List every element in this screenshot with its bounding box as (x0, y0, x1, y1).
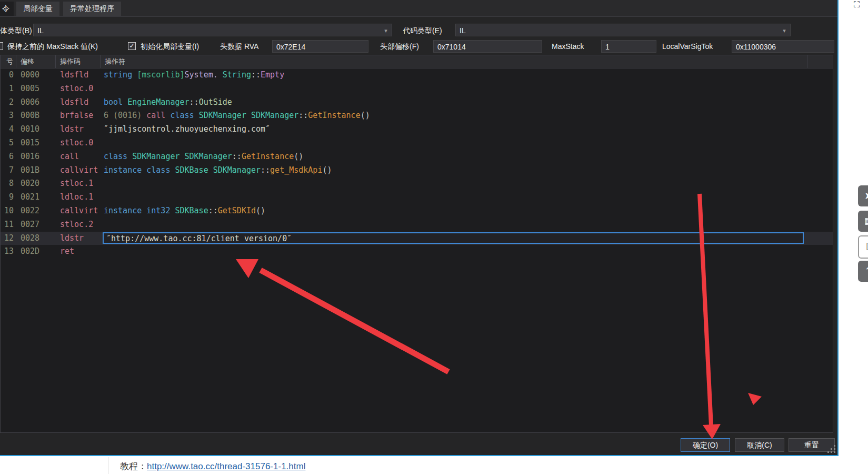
il-cell: 0005 (16, 82, 56, 96)
il-cell: ldloc.1 (56, 191, 101, 204)
corner-tool-icon[interactable]: ⛶ (854, 0, 860, 9)
il-token: instance class (104, 165, 175, 175)
il-token: class (170, 111, 198, 120)
code-type-label: 代码类型(E) (403, 24, 442, 37)
il-token: SDKBase (175, 206, 208, 215)
il-cell: stloc.0 (56, 136, 101, 150)
col-header-extra (807, 55, 833, 68)
il-cell: 001B (16, 164, 56, 177)
header-offset-input[interactable]: 0x71014 (433, 40, 542, 53)
header-offset-label: 头部偏移(F) (380, 39, 419, 53)
il-token: :: (298, 111, 308, 120)
tab-local-variables[interactable]: 局部变量 (16, 2, 59, 16)
il-cell: 0020 (16, 177, 56, 191)
il-token: SDKManager (199, 111, 251, 120)
qr-code-icon[interactable]: ▦ (858, 211, 868, 232)
il-cell: 13 (1, 245, 16, 259)
il-cell: ldsfld (56, 96, 101, 110)
il-token: :: (208, 206, 218, 215)
il-token: () (294, 152, 303, 161)
il-token: get_MsdkApi (270, 165, 322, 175)
body-type-combobox[interactable]: IL ▾ (33, 24, 392, 36)
grid-header: 号 偏移 操作码 操作符 (1, 55, 833, 68)
il-token: SDKManager (185, 152, 232, 161)
ok-button[interactable]: 确定(O) (681, 438, 730, 452)
il-token: EngineManager (127, 97, 189, 107)
tutorial-link[interactable]: http://www.tao.cc/thread-31576-1-1.html (147, 461, 305, 471)
tab-exception-handlers[interactable]: 异常处理程序 (63, 2, 121, 16)
il-cell: brfalse (56, 109, 101, 123)
col-header-index[interactable]: 号 (1, 55, 16, 68)
init-locals-checkbox[interactable]: ✓ (128, 42, 136, 50)
il-cell: instance class SDKBase SDKManager::get_M… (101, 164, 833, 177)
il-instruction-row[interactable]: 90021ldloc.1 (1, 191, 833, 204)
init-locals-label: 初始化局部变量(I) (141, 39, 199, 53)
il-cell: 11 (1, 218, 16, 232)
cancel-button[interactable]: 取消(C) (735, 438, 784, 452)
localvarsigtok-input[interactable]: 0x11000306 (732, 40, 834, 53)
chevron-down-icon[interactable]: ▾ (780, 24, 789, 36)
il-token: instance (104, 206, 146, 215)
il-cell: call (56, 150, 101, 164)
il-cell: 0027 (16, 218, 56, 232)
il-cell: 10 (1, 204, 16, 218)
col-header-opcode[interactable]: 操作码 (56, 55, 101, 68)
keep-maxstack-label: 保持之前的 MaxStack 值(K) (7, 39, 98, 53)
il-instruction-row[interactable]: 120028ldstr″http://www.tao.cc:81/client_… (1, 232, 833, 245)
page-footer: 教程：http://www.tao.cc/thread-31576-1-1.ht… (0, 457, 868, 474)
il-cell: 6 (1, 150, 16, 164)
il-cell (101, 177, 833, 191)
il-instruction-row[interactable]: 10005stloc.0 (1, 82, 833, 96)
keep-maxstack-checkbox[interactable] (0, 42, 3, 50)
il-token: () (256, 206, 265, 215)
il-cell: 2 (1, 96, 16, 110)
il-cell: ldstr (56, 232, 101, 245)
il-cell: 7 (1, 164, 16, 177)
phone-icon[interactable]: ▯ (858, 235, 868, 259)
il-cell: 0028 (16, 232, 56, 245)
operand-edit-textbox[interactable]: ″http://www.tao.cc:81/client_version/0″ (103, 232, 804, 244)
il-instruction-row[interactable]: 7001Bcallvirtinstance class SDKBase SDKM… (1, 164, 833, 177)
il-token: () (322, 165, 332, 175)
il-cell: bool EngineManager::OutSide (101, 96, 833, 110)
il-cell: 0022 (16, 204, 56, 218)
il-instruction-row[interactable]: 60016callclass SDKManager SDKManager::Ge… (1, 150, 833, 164)
il-instruction-row[interactable]: 13002Dret (1, 245, 833, 259)
header-rva-input[interactable]: 0x72E14 (272, 40, 368, 53)
body-type-label: 体类型(B) (0, 24, 32, 37)
maxstack-input[interactable]: 1 (601, 40, 656, 53)
il-token: SDKManager (132, 152, 184, 161)
il-cell (101, 136, 833, 150)
il-cell: 002D (16, 245, 56, 259)
col-header-operand[interactable]: 操作符 (101, 55, 807, 68)
localvarsigtok-label: LocalVarSigTok (662, 39, 713, 53)
code-type-combobox[interactable]: IL ▾ (455, 24, 791, 36)
il-token: () (361, 111, 370, 120)
il-instruction-row[interactable]: 00000ldsfldstring [mscorlib]System. Stri… (1, 68, 833, 82)
tab-instructions[interactable]: 令 (0, 2, 14, 16)
il-cell (101, 218, 833, 232)
il-instruction-row[interactable]: 20006ldsfldbool EngineManager::OutSide (1, 96, 833, 110)
instruction-grid: 号 偏移 操作码 操作符 00000ldsfldstring [mscorlib… (0, 55, 833, 433)
il-token: SDKBase (175, 165, 213, 175)
il-instruction-row[interactable]: 100022callvirtinstance int32 SDKBase::Ge… (1, 204, 833, 218)
send-icon[interactable]: ➤ (858, 185, 868, 206)
il-instruction-row[interactable]: 50015stloc.0 (1, 136, 833, 150)
il-cell: 6 (0016) call class SDKManager SDKManage… (101, 109, 833, 123)
il-cell: 4 (1, 123, 16, 136)
il-cell: stloc.0 (56, 82, 101, 96)
footer-divider (108, 457, 108, 474)
col-header-offset[interactable]: 偏移 (16, 55, 56, 68)
il-instruction-row[interactable]: 110027stloc.2 (1, 218, 833, 232)
il-instruction-row[interactable]: 40010ldstr″jjmljscontrol.zhuoyuechenxing… (1, 123, 833, 136)
caret-icon[interactable]: ⌃ (858, 261, 868, 282)
il-instruction-row[interactable]: 80020stloc.1 (1, 177, 833, 191)
chevron-down-icon[interactable]: ▾ (382, 24, 390, 36)
il-cell: 12 (1, 232, 16, 245)
il-cell: ″jjmljscontrol.zhuoyuechenxing.com″ (101, 123, 833, 136)
reset-button[interactable]: 重置 (789, 438, 835, 452)
il-instruction-row[interactable]: 3000Bbrfalse6 (0016) call class SDKManag… (1, 109, 833, 123)
screen: 令 局部变量 异常处理程序 体类型(B) IL ▾ 代码类型(E) IL ▾ 保… (0, 0, 868, 474)
il-cell: 0006 (16, 96, 56, 110)
tutorial-prefix: 教程： (120, 461, 147, 471)
